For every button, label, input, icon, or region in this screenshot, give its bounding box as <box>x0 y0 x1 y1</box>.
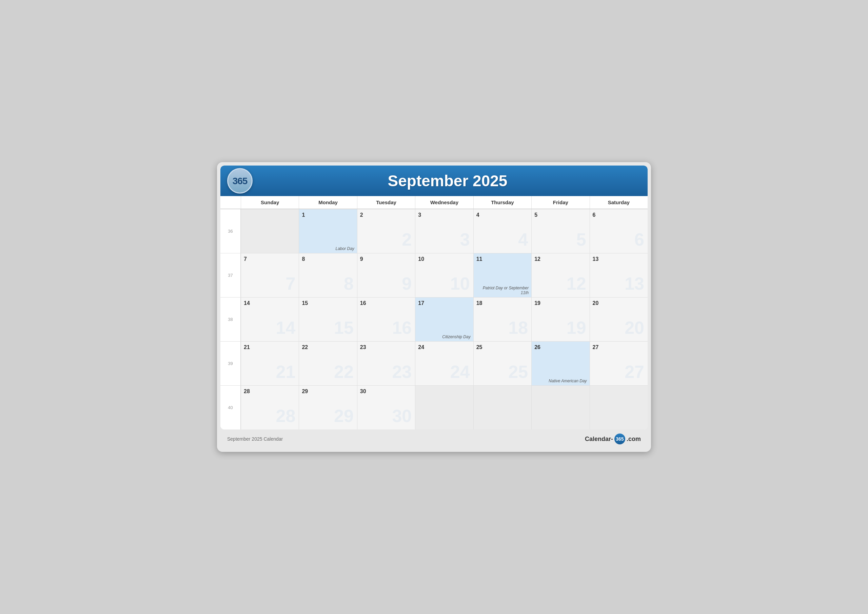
day-cell-w39-monday: 2222 <box>299 341 357 385</box>
day-number: 16 <box>360 300 412 306</box>
day-number: 1 <box>302 212 354 218</box>
day-cell-w36-monday: 1Labor Day <box>299 209 357 253</box>
footer-left-text: September 2025 Calendar <box>227 436 283 441</box>
watermark: 13 <box>625 274 644 294</box>
calendar-header: 365 September 2025 <box>220 166 648 196</box>
day-header-monday: Monday <box>299 196 357 208</box>
day-cell-w40-tuesday: 3030 <box>357 385 415 429</box>
day-number: 8 <box>302 256 354 262</box>
day-number: 10 <box>418 256 470 262</box>
day-cell-w38-thursday: 1818 <box>473 297 531 341</box>
day-header-tuesday: Tuesday <box>357 196 415 208</box>
footer: September 2025 Calendar Calendar- 365 .c… <box>220 429 648 448</box>
day-cell-w39-friday: 26Native American Day <box>531 341 589 385</box>
day-cell-w36-thursday: 44 <box>473 209 531 253</box>
day-number: 15 <box>302 300 354 306</box>
watermark: 22 <box>334 362 353 382</box>
day-number: 9 <box>360 256 412 262</box>
day-cell-w38-saturday: 2020 <box>590 297 648 341</box>
watermark: 29 <box>334 406 353 426</box>
day-number: 6 <box>593 212 645 218</box>
day-number: 20 <box>593 300 645 306</box>
holiday-name: Citizenship Day <box>418 334 470 339</box>
week-num-column-header <box>220 196 241 208</box>
day-number: 21 <box>244 344 296 350</box>
watermark: 3 <box>460 229 470 250</box>
day-cell-w39-wednesday: 2424 <box>415 341 473 385</box>
holiday-name: Labor Day <box>302 246 354 251</box>
month-title: September 2025 <box>388 172 508 190</box>
day-cell-w39-tuesday: 2323 <box>357 341 415 385</box>
footer-dot-com: .com <box>626 435 641 443</box>
day-number: 14 <box>244 300 296 306</box>
footer-right: Calendar- 365 .com <box>585 434 641 445</box>
day-number: 11 <box>476 256 529 262</box>
day-header-wednesday: Wednesday <box>415 196 473 208</box>
watermark: 15 <box>334 317 353 338</box>
day-number: 25 <box>476 344 529 350</box>
watermark: 30 <box>392 406 412 426</box>
day-header-sunday: Sunday <box>241 196 299 208</box>
day-cell-w37-friday: 1212 <box>531 253 589 297</box>
watermark: 8 <box>344 274 353 294</box>
day-cell-w38-tuesday: 1616 <box>357 297 415 341</box>
day-number: 23 <box>360 344 412 350</box>
day-number: 7 <box>244 256 296 262</box>
week-num-37: 37 <box>220 253 241 297</box>
day-cell-w36-sunday <box>241 209 299 253</box>
watermark: 7 <box>286 274 296 294</box>
day-cell-w38-wednesday: 17Citizenship Day <box>415 297 473 341</box>
watermark: 23 <box>392 362 412 382</box>
week-num-38: 38 <box>220 297 241 341</box>
day-cell-w40-thursday <box>473 385 531 429</box>
day-number: 19 <box>534 300 587 306</box>
day-cell-w39-saturday: 2727 <box>590 341 648 385</box>
watermark: 21 <box>276 362 296 382</box>
watermark: 10 <box>450 274 470 294</box>
days-header: Sunday Monday Tuesday Wednesday Thursday… <box>220 196 648 209</box>
day-number: 18 <box>476 300 529 306</box>
watermark: 24 <box>450 362 470 382</box>
watermark: 18 <box>508 317 528 338</box>
watermark: 5 <box>577 229 586 250</box>
watermark: 28 <box>276 406 296 426</box>
footer-calendar-text: Calendar- <box>585 435 613 443</box>
watermark: 19 <box>567 317 586 338</box>
calendar-grid: 361Labor Day223344556637778899101011Patr… <box>220 209 648 429</box>
watermark: 4 <box>518 229 528 250</box>
day-number: 26 <box>534 344 587 350</box>
day-cell-w39-sunday: 2121 <box>241 341 299 385</box>
day-number: 13 <box>593 256 645 262</box>
day-cell-w36-friday: 55 <box>531 209 589 253</box>
holiday-name: Patriot Day or September 11th <box>476 286 529 295</box>
day-cell-w40-saturday <box>590 385 648 429</box>
watermark: 20 <box>625 317 644 338</box>
day-number: 28 <box>244 389 296 395</box>
day-number: 22 <box>302 344 354 350</box>
watermark: 2 <box>402 229 412 250</box>
day-cell-w37-monday: 88 <box>299 253 357 297</box>
day-number: 2 <box>360 212 412 218</box>
day-cell-w37-wednesday: 1010 <box>415 253 473 297</box>
watermark: 16 <box>392 317 412 338</box>
day-number: 27 <box>593 344 645 350</box>
watermark: 25 <box>508 362 528 382</box>
week-num-39: 39 <box>220 341 241 385</box>
day-cell-w38-monday: 1515 <box>299 297 357 341</box>
day-header-thursday: Thursday <box>473 196 531 208</box>
day-cell-w37-saturday: 1313 <box>590 253 648 297</box>
day-cell-w40-monday: 2929 <box>299 385 357 429</box>
watermark: 14 <box>276 317 296 338</box>
week-num-36: 36 <box>220 209 241 253</box>
footer-365-badge: 365 <box>614 434 625 445</box>
day-cell-w39-thursday: 2525 <box>473 341 531 385</box>
page-wrapper: 365 September 2025 Sunday Monday Tuesday… <box>217 162 651 452</box>
logo-badge: 365 <box>227 168 253 194</box>
day-number: 3 <box>418 212 470 218</box>
day-cell-w37-tuesday: 99 <box>357 253 415 297</box>
watermark: 12 <box>567 274 586 294</box>
day-cell-w36-wednesday: 33 <box>415 209 473 253</box>
day-number: 4 <box>476 212 529 218</box>
day-cell-w40-friday <box>531 385 589 429</box>
watermark: 27 <box>625 362 644 382</box>
